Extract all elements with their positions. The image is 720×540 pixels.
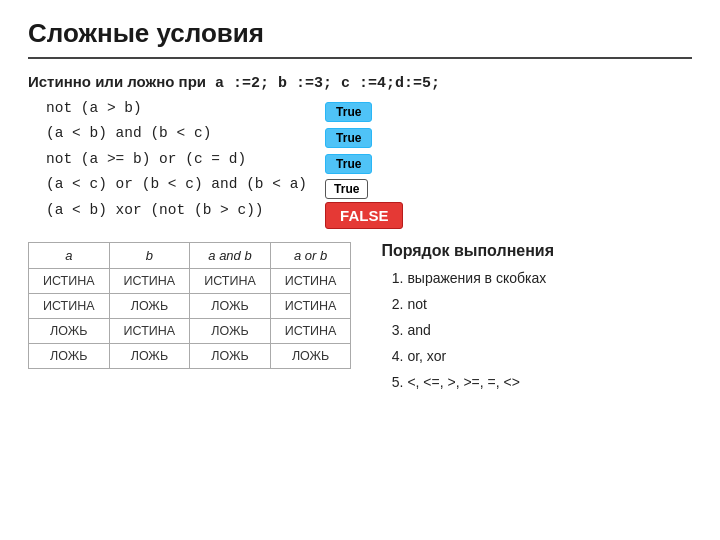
main-content: Истинно или ложно при a :=2; b :=3; c :=… — [28, 73, 692, 395]
table-cell: ИСТИНА — [270, 269, 351, 294]
table-cell: ЛОЖЬ — [109, 344, 190, 369]
bottom-section: a b a and b a or b ИСТИНАИСТИНАИСТИНАИСТ… — [28, 242, 692, 395]
order-list-item: or, xor — [407, 344, 554, 370]
badge-2: True — [325, 128, 372, 148]
order-block: Порядок выполнения выражения в скобкахno… — [381, 242, 554, 395]
table-header-aorb: a or b — [270, 243, 351, 269]
order-list-item: выражения в скобках — [407, 266, 554, 292]
table-cell: ИСТИНА — [29, 294, 110, 319]
order-list: выражения в скобкахnotandor, xor<, <=, >… — [407, 266, 554, 395]
order-list-item: and — [407, 318, 554, 344]
intro-line: Истинно или ложно при a :=2; b :=3; c :=… — [28, 73, 692, 92]
table-cell: ИСТИНА — [29, 269, 110, 294]
order-list-item: <, <=, >, >=, =, <> — [407, 370, 554, 396]
table-row: ЛОЖЬИСТИНАЛОЖЬИСТИНА — [29, 319, 351, 344]
truth-table: a b a and b a or b ИСТИНАИСТИНАИСТИНАИСТ… — [28, 242, 351, 369]
table-cell: ИСТИНА — [270, 319, 351, 344]
table-row: ИСТИНАИСТИНАИСТИНАИСТИНА — [29, 269, 351, 294]
badge-1: True — [325, 102, 372, 122]
table-cell: ЛОЖЬ — [109, 294, 190, 319]
table-cell: ИСТИНА — [270, 294, 351, 319]
table-header-row: a b a and b a or b — [29, 243, 351, 269]
table-header-b: b — [109, 243, 190, 269]
order-title: Порядок выполнения — [381, 242, 554, 260]
badge-row-1: True — [325, 98, 403, 124]
intro-label: Истинно или ложно при — [28, 73, 206, 90]
table-cell: ИСТИНА — [109, 269, 190, 294]
badges-col: True True True True FALSE — [325, 96, 403, 228]
page: Сложные условия Истинно или ложно при a … — [0, 0, 720, 540]
table-cell: ЛОЖЬ — [190, 294, 271, 319]
table-cell: ЛОЖЬ — [190, 344, 271, 369]
badge-5: FALSE — [325, 202, 403, 229]
page-title: Сложные условия — [28, 18, 692, 59]
badge-4: True — [325, 179, 368, 199]
badge-row-5: FALSE — [325, 202, 403, 228]
code-line-5: (a < b) xor (not (b > c)) — [46, 198, 307, 223]
table-cell: ЛОЖЬ — [270, 344, 351, 369]
table-row: ИСТИНАЛОЖЬЛОЖЬИСТИНА — [29, 294, 351, 319]
badge-row-3: True — [325, 150, 403, 176]
code-line-3: not (a >= b) or (c = d) — [46, 147, 307, 172]
table-header-aandb: a and b — [190, 243, 271, 269]
code-block: not (a > b) (a < b) and (b < c) not (a >… — [46, 96, 307, 223]
code-line-4: (a < c) or (b < c) and (b < a) — [46, 172, 307, 197]
intro-code: a :=2; b :=3; c :=4;d:=5; — [215, 75, 440, 92]
table-cell: ИСТИНА — [190, 269, 271, 294]
table-cell: ЛОЖЬ — [29, 319, 110, 344]
table-body: ИСТИНАИСТИНАИСТИНАИСТИНАИСТИНАЛОЖЬЛОЖЬИС… — [29, 269, 351, 369]
code-line-2: (a < b) and (b < c) — [46, 121, 307, 146]
badge-row-4: True — [325, 176, 403, 202]
code-line-1: not (a > b) — [46, 96, 307, 121]
order-list-item: not — [407, 292, 554, 318]
table-row: ЛОЖЬЛОЖЬЛОЖЬЛОЖЬ — [29, 344, 351, 369]
badge-row-2: True — [325, 124, 403, 150]
badge-3: True — [325, 154, 372, 174]
table-header-a: a — [29, 243, 110, 269]
table-cell: ЛОЖЬ — [29, 344, 110, 369]
table-cell: ИСТИНА — [109, 319, 190, 344]
table-cell: ЛОЖЬ — [190, 319, 271, 344]
